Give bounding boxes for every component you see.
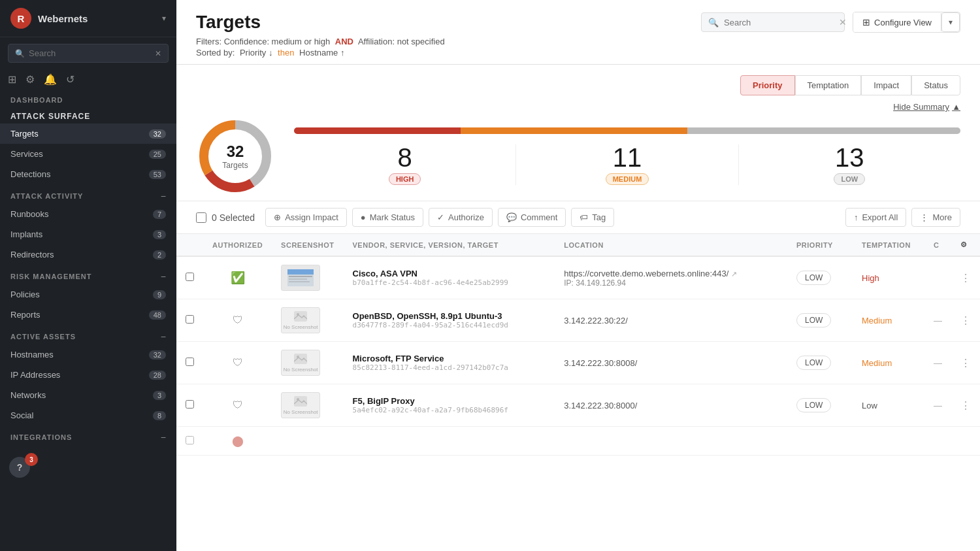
policies-count: 9 <box>153 290 166 299</box>
select-all-checkbox[interactable] <box>196 212 206 223</box>
sidebar-search-input[interactable] <box>29 48 151 58</box>
col-location: LOCATION <box>555 234 787 256</box>
tab-status[interactable]: Status <box>911 75 960 95</box>
hide-summary-row: Priority Temptation Impact Status <box>196 75 960 95</box>
shield-icon: 🛡 <box>233 357 243 368</box>
notification-badge[interactable]: 3 <box>25 453 38 466</box>
section-risk-management[interactable]: RISK MANAGEMENT − <box>0 265 176 284</box>
sidebar-item-detections[interactable]: Detections 53 <box>0 164 176 184</box>
search-clear-icon[interactable]: ✕ <box>839 17 847 27</box>
stat-medium-value: 11 <box>529 144 725 171</box>
selected-count-label: 0 Selected <box>212 212 255 223</box>
table-row: ✅ C <box>176 256 980 299</box>
screenshot-thumb[interactable]: No Screenshot <box>281 307 320 333</box>
row-checkbox[interactable] <box>186 358 194 366</box>
row-menu-icon[interactable]: ⋮ <box>960 273 971 284</box>
sidebar-item-policies[interactable]: Policies 9 <box>0 284 176 305</box>
table-row: 🛡 No Screenshot <box>176 384 980 427</box>
active-assets-toggle-icon[interactable]: − <box>161 331 166 342</box>
svg-rect-6 <box>289 276 312 277</box>
tab-priority[interactable]: Priority <box>740 75 795 95</box>
row-menu-icon[interactable]: ⋮ <box>960 400 971 411</box>
configure-view-button[interactable]: ⊞ Configure View <box>853 12 941 32</box>
more-button[interactable]: ⋮ More <box>911 208 960 227</box>
assign-impact-button[interactable]: ⊕ Assign Impact <box>265 208 347 227</box>
search-icon: 🔍 <box>15 49 25 58</box>
tag-icon: 🏷 <box>580 212 588 222</box>
gear-icon[interactable]: ⚙ <box>960 241 968 248</box>
summary-content: 32 Targets 8 HIGH 11 <box>196 117 960 195</box>
row-checkbox[interactable] <box>186 436 194 444</box>
priority-badge: LOW <box>796 356 831 370</box>
sidebar-item-redirectors[interactable]: Redirectors 2 <box>0 244 176 265</box>
grid-icon[interactable]: ⊞ <box>8 73 16 86</box>
row-checkbox[interactable] <box>186 315 194 324</box>
more-icon: ⋮ <box>920 212 928 222</box>
screenshot-thumb[interactable]: No Screenshot <box>281 350 320 376</box>
section-integrations[interactable]: INTEGRATIONS − <box>0 426 176 445</box>
sidebar-item-services[interactable]: Services 25 <box>0 144 176 164</box>
and-badge: AND <box>335 37 353 46</box>
hide-summary-link[interactable]: Hide Summary ▲ <box>893 102 960 112</box>
workspace-logo[interactable]: R <box>10 8 31 29</box>
row-menu-icon[interactable]: ⋮ <box>960 358 971 369</box>
row-checkbox-cell <box>176 342 203 384</box>
location-url: 3.142.222.30:22/ <box>564 316 778 326</box>
screenshot-thumb[interactable]: No Screenshot <box>281 392 320 418</box>
configure-arrow-button[interactable]: ▾ <box>941 12 960 32</box>
row-menu-icon[interactable]: ⋮ <box>960 315 971 326</box>
risk-management-toggle-icon[interactable]: − <box>161 271 166 282</box>
sidebar-item-implants[interactable]: Implants 3 <box>0 224 176 244</box>
stat-low-value: 13 <box>752 144 947 171</box>
export-all-button[interactable]: ↑ Export All <box>845 208 906 227</box>
row-vendor-cell: Microsoft, FTP Service 85c82213-8117-4ee… <box>344 342 555 384</box>
tab-impact[interactable]: Impact <box>861 75 911 95</box>
attack-activity-toggle-icon[interactable]: − <box>161 191 166 201</box>
row-location-cell: 3.142.222.30:22/ <box>555 299 787 342</box>
ip-addresses-count: 28 <box>149 371 166 380</box>
row-checkbox[interactable] <box>186 273 194 281</box>
sidebar-item-ip-addresses[interactable]: IP Addresses 28 <box>0 365 176 385</box>
sidebar-search-clear-icon[interactable]: ✕ <box>155 49 161 58</box>
sidebar-item-targets[interactable]: Targets 32 <box>0 124 176 144</box>
donut-total: 32 <box>222 142 248 161</box>
reports-label: Reports <box>10 310 149 320</box>
col-extra: C <box>924 234 951 256</box>
assign-impact-icon: ⊕ <box>274 212 281 222</box>
global-search-box[interactable]: 🔍 ✕ <box>701 12 845 32</box>
workspace-chevron-icon[interactable]: ▾ <box>162 14 166 23</box>
badge-medium: MEDIUM <box>606 173 649 185</box>
section-label-attack-surface: ATTACK SURFACE <box>0 107 176 124</box>
col-c-value: — <box>934 358 942 368</box>
authorize-button[interactable]: ✓ Authorize <box>429 208 493 227</box>
alert-icon[interactable]: 🔔 <box>44 73 57 86</box>
sidebar-item-networks[interactable]: Networks 3 <box>0 385 176 405</box>
screenshot-thumb[interactable] <box>281 265 320 291</box>
section-attack-activity[interactable]: ATTACK ACTIVITY − <box>0 184 176 204</box>
integrations-toggle-icon[interactable]: − <box>161 432 166 442</box>
refresh-icon[interactable]: ↺ <box>66 73 74 86</box>
sidebar-item-social[interactable]: Social 8 <box>0 405 176 426</box>
image-icon <box>294 354 307 364</box>
row-authorized-cell: 🛡 <box>203 342 272 384</box>
summary-tabs: Priority Temptation Impact Status <box>740 75 960 95</box>
sidebar-search-container[interactable]: 🔍 ✕ <box>8 44 169 63</box>
comment-button[interactable]: 💬 Comment <box>498 208 566 227</box>
global-search-input[interactable] <box>724 18 834 27</box>
col-settings[interactable]: ⚙ <box>951 234 980 256</box>
row-screenshot-cell: No Screenshot <box>272 342 343 384</box>
image-icon <box>294 396 307 407</box>
row-priority-cell: LOW <box>787 384 853 427</box>
sidebar-item-hostnames[interactable]: Hostnames 32 <box>0 344 176 365</box>
tag-button[interactable]: 🏷 Tag <box>571 208 614 227</box>
sidebar-item-reports[interactable]: Reports 48 <box>0 305 176 325</box>
row-checkbox[interactable] <box>186 400 194 409</box>
mark-status-button[interactable]: ● Mark Status <box>352 208 423 227</box>
sidebar-item-runbooks[interactable]: Runbooks 7 <box>0 204 176 224</box>
external-link-icon[interactable]: ↗ <box>731 270 737 278</box>
tab-temptation[interactable]: Temptation <box>795 75 862 95</box>
mark-status-icon: ● <box>361 212 366 222</box>
section-active-assets[interactable]: ACTIVE ASSETS − <box>0 325 176 344</box>
settings-icon[interactable]: ⚙ <box>25 73 35 86</box>
row-partial-cell <box>272 427 980 456</box>
